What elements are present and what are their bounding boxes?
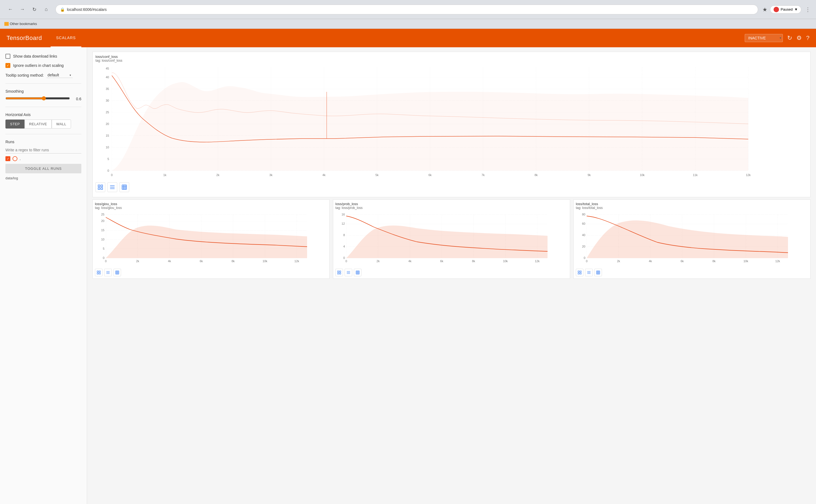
svg-text:10k: 10k <box>503 259 508 263</box>
svg-text:0: 0 <box>103 256 104 259</box>
svg-text:0: 0 <box>586 259 587 263</box>
refresh-icon[interactable]: ↻ <box>787 35 792 42</box>
nav-tabs: SCALARS <box>51 29 81 47</box>
small-data-view-3[interactable] <box>585 269 593 276</box>
svg-text:4k: 4k <box>168 259 171 263</box>
status-select[interactable]: INACTIVE ACTIVE <box>745 34 783 42</box>
svg-text:6k: 6k <box>681 259 684 263</box>
tooltip-sorting-row: Tooltip sorting method: default ascendin… <box>5 72 81 78</box>
smoothing-slider[interactable] <box>5 96 70 101</box>
svg-rect-48 <box>98 188 100 189</box>
svg-text:30: 30 <box>106 99 109 102</box>
data-view-button[interactable] <box>107 182 117 192</box>
runs-list: . <box>5 156 81 161</box>
tab-scalars[interactable]: SCALARS <box>51 29 81 47</box>
bookmark-star-icon[interactable]: ★ <box>762 6 767 13</box>
run-checkbox-2[interactable] <box>13 156 17 161</box>
smoothing-value: 0.6 <box>73 97 81 101</box>
paused-chevron-icon: ▼ <box>794 7 798 11</box>
divider-1 <box>5 83 81 84</box>
browser-menu-icon[interactable]: ⋮ <box>805 6 811 13</box>
show-download-checkbox[interactable] <box>5 54 10 59</box>
run-checkbox-1[interactable] <box>5 156 10 161</box>
main-chart-controls <box>95 182 808 192</box>
toggle-all-button[interactable]: TOGGLE ALL RUNS <box>5 164 81 173</box>
svg-text:20: 20 <box>101 219 104 223</box>
small-zoom-fit-3[interactable] <box>594 269 602 276</box>
lock-icon: 🔒 <box>60 7 65 12</box>
svg-text:0: 0 <box>107 169 109 172</box>
small-chart-2-controls <box>335 269 568 276</box>
small-chart-total: loss/total_loss tag: loss/total_loss <box>573 199 811 279</box>
svg-text:45: 45 <box>106 67 109 70</box>
settings-icon[interactable]: ⚙ <box>796 35 802 42</box>
address-bar[interactable]: 🔒 localhost:6006/#scalars <box>55 5 758 14</box>
smoothing-section: Smoothing 0.6 <box>5 89 81 101</box>
reload-button[interactable]: ↻ <box>29 5 39 14</box>
small-chart-1-controls <box>95 269 327 276</box>
small-zoom-fit-2[interactable] <box>354 269 362 276</box>
help-icon[interactable]: ? <box>806 35 809 42</box>
zoom-fit-button[interactable] <box>119 182 129 192</box>
forward-button[interactable]: → <box>17 5 27 14</box>
topnav-right: INACTIVE ACTIVE ↻ ⚙ ? <box>745 34 809 42</box>
svg-rect-158 <box>578 273 579 274</box>
back-button[interactable]: ← <box>5 5 15 14</box>
smoothing-row: 0.6 <box>5 96 81 101</box>
small-data-view-2[interactable] <box>345 269 352 276</box>
svg-text:12k: 12k <box>294 259 299 263</box>
small-chart-prob: loss/prob_loss tag: loss/prob_loss <box>333 199 570 279</box>
paused-button[interactable]: Paused ▼ <box>770 5 801 14</box>
svg-rect-163 <box>596 271 600 274</box>
show-download-row: Show data download links <box>5 54 81 59</box>
home-button[interactable]: ⌂ <box>41 5 51 14</box>
paused-dot <box>774 7 779 12</box>
svg-text:60: 60 <box>582 222 585 225</box>
main-chart-container: loss/conf_loss tag: loss/conf_loss <box>92 52 811 197</box>
svg-text:15: 15 <box>106 134 109 137</box>
svg-text:5: 5 <box>107 157 109 161</box>
svg-text:2k: 2k <box>617 259 620 263</box>
fit-view-button[interactable] <box>95 182 105 192</box>
svg-rect-86 <box>97 273 98 274</box>
svg-text:10k: 10k <box>263 259 267 263</box>
browser-chrome: ← → ↻ ⌂ 🔒 localhost:6006/#scalars ★ Paus… <box>0 0 816 19</box>
svg-text:1k: 1k <box>163 173 166 177</box>
svg-text:0: 0 <box>584 256 585 259</box>
runs-filter-input[interactable] <box>5 147 81 154</box>
status-select-wrapper: INACTIVE ACTIVE <box>745 34 783 42</box>
svg-rect-47 <box>101 185 102 187</box>
svg-text:10k: 10k <box>743 259 748 263</box>
small-data-view-1[interactable] <box>104 269 112 276</box>
axis-btn-relative[interactable]: RELATIVE <box>24 120 52 129</box>
app: TensorBoard SCALARS INACTIVE ACTIVE ↻ ⚙ … <box>0 29 816 504</box>
svg-text:3k: 3k <box>269 173 273 177</box>
small-fit-view-3[interactable] <box>576 269 583 276</box>
svg-rect-87 <box>99 273 100 274</box>
small-zoom-fit-1[interactable] <box>113 269 121 276</box>
axis-btn-step[interactable]: STEP <box>5 120 24 129</box>
other-bookmarks-label: Other bookmarks <box>10 22 37 26</box>
app-title: TensorBoard <box>7 35 42 42</box>
tooltip-select-wrapper: default ascending descending nearest <box>46 72 73 78</box>
svg-rect-91 <box>116 271 119 274</box>
show-download-label: Show data download links <box>13 54 57 58</box>
svg-text:7k: 7k <box>481 173 485 177</box>
svg-text:8k: 8k <box>232 259 235 263</box>
other-bookmarks[interactable]: Other bookmarks <box>4 22 37 26</box>
svg-text:12k: 12k <box>535 259 540 263</box>
svg-text:8k: 8k <box>712 259 716 263</box>
small-fit-view-2[interactable] <box>335 269 343 276</box>
small-fit-view-1[interactable] <box>95 269 102 276</box>
svg-text:10k: 10k <box>640 173 645 177</box>
tooltip-sorting-label: Tooltip sorting method: <box>5 73 44 77</box>
svg-text:4k: 4k <box>649 259 652 263</box>
svg-rect-159 <box>580 273 581 274</box>
axis-btn-wall[interactable]: WALL <box>52 120 71 129</box>
topnav: TensorBoard SCALARS INACTIVE ACTIVE ↻ ⚙ … <box>0 29 816 47</box>
svg-text:0: 0 <box>111 173 113 177</box>
ignore-outliers-checkbox[interactable] <box>5 63 10 68</box>
nav-buttons: ← → ↻ ⌂ <box>5 5 51 14</box>
svg-rect-46 <box>98 185 100 187</box>
tooltip-select[interactable]: default ascending descending nearest <box>46 72 73 78</box>
